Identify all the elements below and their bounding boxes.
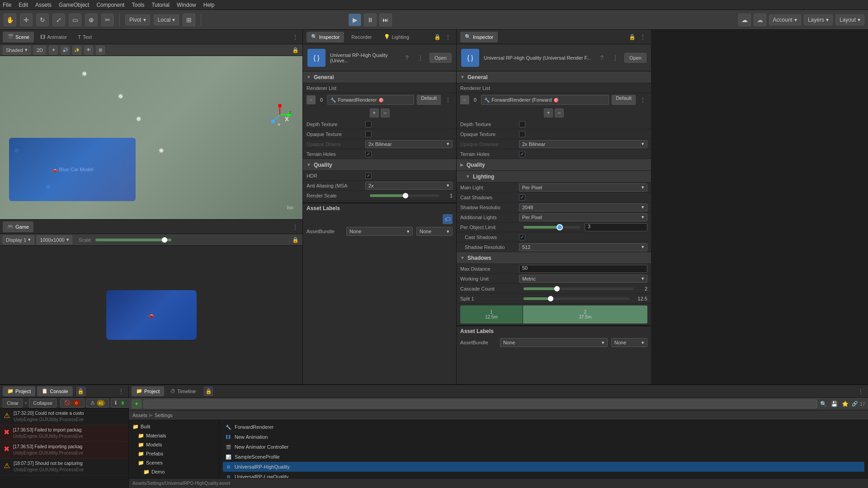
- log-entry-1[interactable]: ✖ [17:36:53] Failed to import packag Uni…: [0, 425, 128, 442]
- add-renderer-btn[interactable]: +: [370, 108, 379, 117]
- hand-tool[interactable]: ✋: [4, 14, 16, 26]
- services-btn[interactable]: ☁: [754, 14, 766, 26]
- collapse-btn[interactable]: Collapse: [29, 399, 57, 408]
- resolution-dropdown[interactable]: 1000x1000▾: [37, 235, 72, 244]
- quality-section-right[interactable]: ▶ Quality: [457, 159, 651, 171]
- depth-texture-check[interactable]: [365, 121, 372, 127]
- asset-more-right[interactable]: ⋮: [611, 53, 620, 62]
- lighting-section-right[interactable]: ▼ Lighting: [457, 171, 651, 183]
- search-icon[interactable]: 🔍: [819, 399, 828, 408]
- per-obj-input[interactable]: 3: [585, 223, 647, 231]
- file-new-animator[interactable]: 🎬 New Animator Controller: [223, 442, 864, 452]
- terrain-holes-check[interactable]: [365, 151, 372, 157]
- terrain-check-right[interactable]: [519, 151, 525, 157]
- tab-timeline[interactable]: ⏱Timeline: [166, 386, 200, 396]
- play-button[interactable]: ▶: [349, 14, 361, 26]
- step-button[interactable]: ⏭: [379, 14, 392, 26]
- asset-help-mid[interactable]: ?: [402, 53, 411, 62]
- tab-game[interactable]: 🎮Game: [3, 221, 33, 232]
- asset-help-right[interactable]: ?: [597, 53, 606, 62]
- hidden-obj-btn[interactable]: 👁: [84, 46, 93, 55]
- remove-renderer-right[interactable]: −: [555, 108, 564, 117]
- save-icon[interactable]: 💾: [830, 399, 839, 408]
- cascade-count-thumb[interactable]: [554, 286, 560, 291]
- renderer-minus-right[interactable]: −: [460, 95, 469, 104]
- msg-filter-btn[interactable]: ℹ3: [111, 399, 131, 408]
- renderer-name-right[interactable]: 🔧 ForwardRenderer (Forward 🎯: [481, 95, 609, 105]
- project-more-btn[interactable]: ⋮: [856, 387, 865, 396]
- bc-settings[interactable]: Settings: [155, 413, 173, 418]
- tree-demo[interactable]: 📁 Demo: [129, 467, 219, 476]
- tab-inspector-mid[interactable]: 🔍Inspector: [307, 32, 344, 42]
- hdr-check[interactable]: [365, 173, 372, 179]
- tab-console[interactable]: 📋Console: [37, 386, 72, 396]
- log-entries[interactable]: ⚠ [17:32:20] Could not create a custo Un…: [0, 408, 128, 488]
- lighting-btn[interactable]: ☀: [49, 46, 58, 55]
- tab-text[interactable]: TText: [73, 32, 96, 42]
- bundle-dropdown-right[interactable]: None▾: [500, 338, 608, 347]
- inspector-mid-more[interactable]: ⋮: [443, 33, 453, 42]
- opaque-check-right[interactable]: [519, 131, 525, 137]
- bundle-variant-right[interactable]: None▾: [611, 338, 647, 347]
- add-lights-dropdown[interactable]: Per Pixel▾: [519, 213, 647, 221]
- cast-shadows-check[interactable]: [519, 194, 525, 201]
- renderer-minus-btn[interactable]: −: [307, 95, 316, 104]
- inspector-right-scroll[interactable]: ▼ General Renderer List − 0 🔧 ForwardRen…: [457, 71, 651, 384]
- per-obj-shadow-dd[interactable]: 512▾: [519, 243, 647, 251]
- inspector-mid-scroll[interactable]: ▼ General Renderer List − 0 🔧 ForwardRen…: [303, 71, 456, 384]
- fx-btn[interactable]: ✨: [72, 46, 81, 55]
- file-forward-renderer[interactable]: 🔧 ForwardRenderer: [223, 422, 864, 432]
- per-obj-slider[interactable]: [524, 226, 580, 229]
- account-dropdown[interactable]: Account▾: [769, 14, 801, 25]
- tab-animator[interactable]: 🎞Animator: [36, 32, 71, 42]
- local-dropdown[interactable]: Local▾: [154, 14, 179, 25]
- project-tree[interactable]: 📁 Bulit 📁 Materials 📁 Models 📁 Prefabs: [129, 420, 219, 478]
- bundle-dropdown-mid[interactable]: None▾: [346, 227, 413, 236]
- tab-scene[interactable]: 🎬Scene: [3, 32, 34, 42]
- clear-btn[interactable]: Clear: [3, 399, 23, 408]
- shadows-section[interactable]: ▼ Shadows: [457, 252, 651, 264]
- scale-slider[interactable]: [95, 239, 285, 241]
- cascade-count-slider[interactable]: [524, 287, 634, 290]
- tab-project-log[interactable]: 📁Project: [3, 386, 35, 396]
- asset-more-mid[interactable]: ⋮: [416, 53, 425, 62]
- per-obj-cast-check[interactable]: [519, 234, 525, 240]
- pivot-dropdown[interactable]: Pivot▾: [125, 14, 150, 25]
- renderer-more-btn[interactable]: ⋮: [443, 95, 453, 104]
- menu-tools[interactable]: Tools: [132, 2, 144, 8]
- split1-thumb[interactable]: [548, 296, 553, 301]
- file-urp-high[interactable]: ⚙ UniversalRP-HighQuality: [223, 462, 864, 472]
- log-entry-0[interactable]: ⚠ [17:32:20] Could not create a custo Un…: [0, 408, 128, 425]
- tab-lighting-mid[interactable]: 💡Lighting: [379, 32, 414, 42]
- maximize-btn[interactable]: 🔒: [291, 235, 300, 244]
- transform-tool[interactable]: ⊕: [85, 14, 98, 26]
- add-asset-btn[interactable]: +: [132, 399, 142, 408]
- file-urp-low[interactable]: ⚙ UniversalRP-LowQuality: [223, 472, 864, 478]
- display-dropdown[interactable]: Display 1▾: [3, 235, 34, 244]
- menu-edit[interactable]: Edit: [19, 2, 28, 8]
- inspector-right-lock[interactable]: 🔒: [627, 33, 637, 42]
- asset-label-tag-btn[interactable]: 🏷: [443, 214, 453, 224]
- bundle-variant-mid[interactable]: None▾: [416, 227, 453, 236]
- general-section-header[interactable]: ▼ General: [303, 71, 456, 83]
- console-more-btn[interactable]: ⋮: [117, 387, 126, 396]
- tree-prefabs[interactable]: 📁 Prefabs: [129, 449, 219, 458]
- tree-bulit[interactable]: 📁 Bulit: [129, 422, 219, 431]
- file-new-animation[interactable]: 🎞 New Animation: [223, 432, 864, 442]
- menu-component[interactable]: Component: [96, 2, 124, 8]
- menu-window[interactable]: Window: [177, 2, 196, 8]
- menu-tutorial[interactable]: Tutorial: [151, 2, 170, 8]
- file-sample-profile[interactable]: 📊 SampleSceneProfile: [223, 452, 864, 462]
- collab-btn[interactable]: ☁: [738, 14, 751, 26]
- shadow-res-dropdown[interactable]: 2048▾: [519, 203, 647, 211]
- per-obj-thumb[interactable]: [557, 224, 563, 230]
- layout-dropdown[interactable]: Layout▾: [835, 14, 864, 25]
- renderer-more-right[interactable]: ⋮: [638, 95, 647, 104]
- pause-button[interactable]: ⏸: [364, 14, 377, 26]
- general-section-right[interactable]: ▼ General: [457, 71, 651, 83]
- inspector-right-more[interactable]: ⋮: [638, 33, 647, 42]
- game-more-btn[interactable]: ⋮: [291, 222, 300, 231]
- menu-help[interactable]: Help: [203, 2, 215, 8]
- error-filter-btn[interactable]: 🚫0: [60, 399, 85, 408]
- inspector-mid-lock[interactable]: 🔒: [433, 33, 442, 42]
